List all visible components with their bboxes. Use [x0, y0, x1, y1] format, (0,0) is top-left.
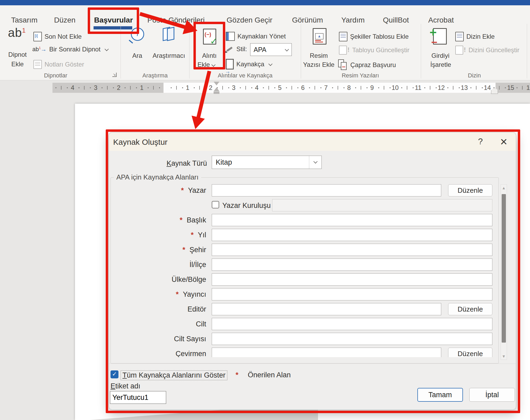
- insert-citation-button[interactable]: (−)✓: [203, 29, 216, 46]
- insert-table-of-figures-button[interactable]: Şekiller Tablosu Ekle: [339, 32, 409, 41]
- publisher-input[interactable]: [212, 288, 492, 300]
- insert-index-button[interactable]: Dizin Ekle: [455, 32, 495, 41]
- manage-sources-button[interactable]: Kaynakları Yönet: [226, 32, 286, 41]
- group-label-arastirma: Araştırma: [139, 72, 171, 79]
- chevron-down-icon[interactable]: [309, 156, 321, 169]
- insert-footnote-label-line2[interactable]: Ekle: [4, 60, 31, 68]
- tab-quillbot[interactable]: QuillBot: [383, 16, 409, 24]
- tab-duzen[interactable]: Düzen: [54, 16, 76, 24]
- researcher-button[interactable]: [163, 28, 174, 41]
- ruler-tick: [67, 87, 68, 88]
- ruler-tick: [378, 87, 379, 88]
- cross-reference-button[interactable]: − Çapraz Başvuru: [338, 59, 396, 71]
- update-table-button[interactable]: ! Tabloyu Güncelleştir: [339, 46, 409, 55]
- group-separator: [421, 24, 421, 78]
- ruler-tick: [245, 86, 246, 90]
- ruler-number: 14: [482, 84, 493, 91]
- show-all-fields-label[interactable]: Tüm Kaynakça Alanlarını Göster: [121, 370, 227, 380]
- next-footnote-button[interactable]: ab1→ Bir Sonraki Dipnot: [32, 46, 108, 53]
- ruler-tick: [55, 87, 56, 88]
- required-mark: *: [181, 186, 184, 194]
- tab-gozden-gecir[interactable]: Gözden Geçir: [227, 16, 272, 24]
- show-notes-button[interactable]: Notları Göster: [33, 60, 84, 69]
- author-input[interactable]: [212, 184, 441, 196]
- fields-scrollbar[interactable]: ▲ ▼: [501, 184, 507, 360]
- required-mark: *: [182, 246, 185, 254]
- scroll-down-icon[interactable]: ▼: [501, 354, 507, 358]
- ruler-tick: [182, 87, 183, 88]
- tab-posta-gonderileri[interactable]: Posta Gönderileri: [147, 16, 205, 24]
- tab-basvurular[interactable]: Başvurular: [94, 16, 133, 24]
- edit-author-button[interactable]: Düzenle: [448, 184, 492, 196]
- researcher-label[interactable]: Araştırmacı: [150, 52, 187, 59]
- ruler-number: 9: [367, 84, 377, 91]
- ruler-number: 5: [275, 84, 285, 91]
- show-all-fields-checkbox[interactable]: ✓: [111, 370, 118, 378]
- source-type-select[interactable]: Kitap: [212, 156, 322, 169]
- state-input[interactable]: [212, 259, 492, 271]
- ruler-tick: [522, 86, 523, 90]
- insert-caption-label-line1[interactable]: Resim: [306, 52, 332, 59]
- tab-tasarim[interactable]: Tasarım: [11, 16, 38, 24]
- ruler-tick: [136, 87, 137, 88]
- ok-button[interactable]: Tamam: [417, 388, 463, 402]
- editor-input[interactable]: [212, 303, 441, 315]
- update-index-button[interactable]: ! Dizini Güncelleştir: [455, 46, 519, 55]
- tab-gorunum[interactable]: Görünüm: [292, 16, 323, 24]
- edit-editor-button[interactable]: Düzenle: [448, 303, 492, 315]
- insert-caption-button[interactable]: ▲: [313, 28, 326, 46]
- insert-footnote-label-line1[interactable]: Dipnot: [4, 51, 31, 58]
- volume-input[interactable]: [212, 318, 492, 330]
- search-icon: i: [131, 28, 144, 41]
- year-input[interactable]: [212, 229, 492, 241]
- ruler-tick: [366, 87, 368, 88]
- tag-name-input[interactable]: [110, 391, 166, 404]
- search-label[interactable]: Ara: [127, 52, 148, 59]
- scroll-up-icon[interactable]: ▲: [501, 186, 507, 190]
- ruler-tick: [459, 87, 460, 88]
- field-label: Cilt: [196, 320, 206, 328]
- dialog-titlebar[interactable]: [109, 132, 516, 151]
- style-select[interactable]: APA: [250, 43, 292, 56]
- close-button[interactable]: ×: [496, 134, 511, 149]
- mark-entry-label-line1[interactable]: Girdiyi: [427, 52, 454, 59]
- ruler-tick: [159, 87, 160, 88]
- bibliography-button[interactable]: Kaynakça: [226, 59, 272, 69]
- scrollbar-thumb[interactable]: [502, 194, 506, 343]
- insert-endnote-button[interactable]: [i] Son Not Ekle: [33, 32, 82, 41]
- footnote-icon: ab1: [8, 26, 26, 40]
- group-label-resim-yazilari: Resim Yazıları: [337, 72, 384, 79]
- window-titlebar: [0, 0, 530, 5]
- insert-citation-label-line1[interactable]: Alıntı: [196, 52, 223, 59]
- group-label-dipnotlar: Dipnotlar: [34, 72, 77, 79]
- insert-caption-label-line2[interactable]: Yazısı Ekle: [302, 61, 336, 68]
- insert-footnote-button[interactable]: ab1: [8, 25, 26, 40]
- required-mark: *: [176, 290, 179, 298]
- field-label: İl/İlçe: [189, 261, 206, 269]
- corporate-author-input[interactable]: [272, 199, 492, 211]
- edit-translator-button[interactable]: Düzenle: [448, 348, 492, 357]
- search-button[interactable]: i: [131, 28, 144, 41]
- city-input[interactable]: [212, 244, 492, 256]
- insert-citation-label-line2[interactable]: Ekle: [193, 61, 219, 68]
- number-of-volumes-input[interactable]: [212, 333, 492, 345]
- dialog-launcher-icon[interactable]: [112, 73, 117, 77]
- country-input[interactable]: [212, 273, 492, 286]
- ruler-number: 13: [459, 84, 470, 91]
- mark-entry-label-line2[interactable]: İşaretle: [426, 61, 455, 68]
- help-button[interactable]: ?: [475, 137, 486, 146]
- mark-entry-button[interactable]: +−: [433, 28, 447, 46]
- ruler-number: 10: [390, 84, 400, 91]
- cancel-button[interactable]: İptal: [469, 388, 515, 402]
- style-icon: [226, 45, 234, 53]
- cross-reference-icon: −: [338, 59, 348, 71]
- ruler[interactable]: 43211234567891011121314151: [52, 83, 530, 93]
- field-row-cilt-sayisi: Cilt Sayısı: [109, 333, 516, 345]
- tab-yardim[interactable]: Yardım: [341, 16, 365, 24]
- translator-input[interactable]: [212, 348, 441, 357]
- corporate-author-checkbox[interactable]: [212, 201, 219, 208]
- update-table-icon: !: [339, 46, 347, 55]
- tab-acrobat[interactable]: Acrobat: [428, 16, 454, 24]
- title-input[interactable]: [212, 214, 492, 226]
- field-label: Ülke/Bölge: [171, 275, 206, 283]
